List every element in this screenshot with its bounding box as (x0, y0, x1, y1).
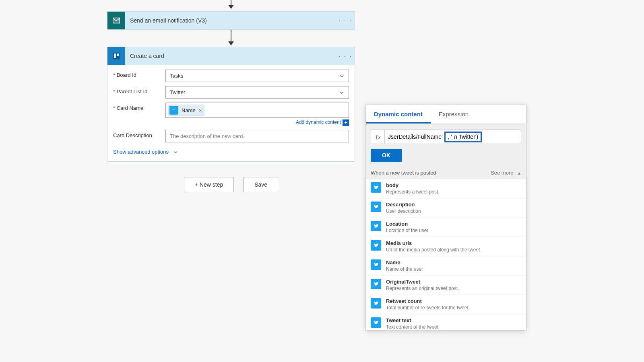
svg-rect-2 (117, 53, 119, 56)
input-card-description[interactable]: The description of the new card. (165, 130, 349, 142)
expression-cursor-region: , 'n Twitter') (444, 132, 482, 142)
see-more-link[interactable]: See more (491, 170, 513, 176)
label-card-name: Card Name (113, 103, 165, 111)
collapse-icon[interactable]: ▲ (517, 171, 521, 175)
mail-icon (107, 12, 125, 29)
chevron-down-icon (173, 149, 178, 155)
twitter-icon (371, 202, 381, 212)
token-label: Name (182, 107, 196, 113)
save-button[interactable]: Save (244, 177, 278, 192)
input-card-name[interactable]: Name × (165, 103, 349, 118)
item-description: Represents an original tweet post. (386, 286, 459, 291)
item-title: Tweet text (386, 317, 438, 323)
item-title: Location (386, 221, 428, 227)
item-description: Represents a tweet post. (386, 189, 440, 195)
step-create-card: Create a card · · · Board Id Tasks Paren… (107, 47, 355, 162)
dynamic-content-list[interactable]: bodyRepresents a tweet post.DescriptionU… (366, 179, 526, 330)
twitter-icon (371, 317, 381, 328)
dynamic-content-item[interactable]: Tweet textText content of the tweet (366, 314, 526, 330)
fx-icon: ƒx (371, 130, 385, 144)
item-title: Description (386, 202, 421, 208)
dynamic-content-item[interactable]: Media urlsUrl of the media posted along … (366, 237, 526, 256)
dynamic-content-item[interactable]: LocationLocation of the user (366, 218, 526, 237)
item-description: Total number of re-tweets for the tweet (386, 305, 469, 311)
token-name[interactable]: Name × (168, 105, 204, 116)
plus-icon: ✦ (343, 119, 349, 126)
item-title: body (386, 182, 440, 188)
item-title: Name (386, 259, 423, 265)
item-description: Location of the user (386, 228, 428, 233)
select-board-id[interactable]: Tasks (165, 70, 349, 82)
twitter-icon (169, 106, 178, 115)
twitter-icon (371, 259, 381, 270)
trello-icon (107, 47, 125, 65)
step-header[interactable]: Create a card · · · (107, 47, 355, 65)
label-board-id: Board Id (113, 70, 165, 78)
expression-input[interactable]: ƒx JserDetails/FullName' , 'n Twitter') (371, 130, 521, 144)
ok-button[interactable]: OK (371, 149, 402, 162)
dynamic-content-item[interactable]: Retweet countTotal number of re-tweets f… (366, 295, 526, 314)
item-description: User description (386, 208, 421, 214)
item-description: Text content of the tweet (386, 324, 438, 330)
step-menu-button[interactable]: · · · (336, 16, 355, 25)
item-title: OriginalTweet (386, 279, 459, 285)
twitter-icon (371, 221, 381, 231)
new-step-button[interactable]: + New step (184, 177, 234, 192)
chevron-down-icon (339, 90, 345, 95)
select-value: Tasks (170, 73, 183, 79)
step-title: Send an email notification (V3) (125, 17, 336, 24)
label-card-description: Card Description (113, 130, 165, 138)
step-menu-button[interactable]: · · · (336, 52, 355, 60)
dynamic-content-popout: Dynamic content Expression ƒx JserDetail… (365, 105, 526, 331)
item-title: Media urls (386, 240, 480, 246)
select-value: Twitter (170, 89, 185, 95)
select-parent-list-id[interactable]: Twitter (165, 86, 349, 99)
add-dynamic-content-link[interactable]: Add dynamic content✦ (296, 119, 349, 125)
show-advanced-options[interactable]: Show advanced options (113, 146, 178, 156)
twitter-icon (371, 240, 381, 251)
step-title: Create a card (125, 53, 336, 59)
twitter-icon (371, 182, 381, 193)
tab-expression[interactable]: Expression (431, 105, 477, 123)
token-remove[interactable]: × (199, 107, 202, 113)
flow-arrow (231, 0, 231, 8)
dynamic-content-item[interactable]: DescriptionUser description (366, 198, 526, 218)
step-send-email[interactable]: Send an email notification (V3) · · · (107, 11, 355, 30)
dynamic-content-item[interactable]: NameName of the user (366, 256, 526, 276)
flow-arrow (231, 30, 231, 45)
svg-rect-1 (114, 53, 116, 58)
dynamic-content-item[interactable]: OriginalTweetRepresents an original twee… (366, 276, 526, 295)
dynamic-content-item[interactable]: bodyRepresents a tweet post. (366, 179, 526, 198)
section-title: When a new tweet is posted (371, 170, 436, 176)
item-description: Name of the user (386, 266, 423, 272)
tab-dynamic-content[interactable]: Dynamic content (366, 105, 431, 123)
item-description: Url of the media posted along with the t… (386, 247, 480, 253)
item-title: Retweet count (386, 298, 469, 304)
twitter-icon (371, 279, 381, 289)
label-parent-list-id: Parent List Id (113, 86, 165, 95)
twitter-icon (371, 298, 381, 309)
expression-text: JserDetails/FullName' (388, 134, 443, 140)
chevron-down-icon (339, 73, 345, 79)
